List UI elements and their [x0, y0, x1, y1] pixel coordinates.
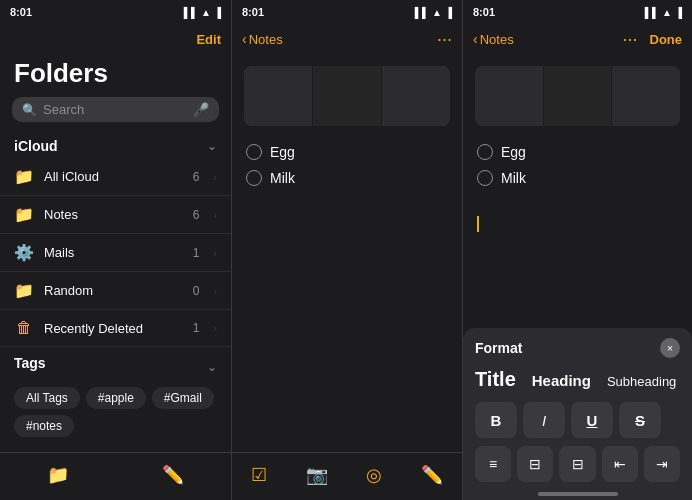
trash-icon: 🗑 [14, 319, 34, 337]
search-input[interactable]: Search [43, 102, 187, 117]
image-segment [475, 66, 544, 126]
location-icon[interactable]: ◎ [366, 464, 382, 486]
checkbox[interactable] [477, 170, 493, 186]
folders-nav-bar: Edit [0, 22, 231, 58]
tags-section: Tags ⌄ All Tags #apple #Gmail #notes [0, 347, 231, 443]
italic-button[interactable]: I [523, 402, 565, 438]
tag-notes[interactable]: #notes [14, 415, 74, 437]
folders-panel: 8:01 ▌▌ ▲ ▐ Edit Folders 🔍 Search 🎤 iClo… [0, 0, 231, 500]
battery-icon: ▐ [675, 7, 682, 18]
bullet-list-icon: ≡ [489, 456, 497, 472]
note-preview-image [244, 66, 450, 126]
format-heading-style[interactable]: Heading [532, 372, 591, 389]
signal-icon: ▌▌ [415, 7, 429, 18]
underline-button[interactable]: U [571, 402, 613, 438]
battery-icon: ▐ [445, 7, 452, 18]
battery-icon: ▐ [214, 7, 221, 18]
camera-icon[interactable]: 📷 [306, 464, 328, 486]
format-subheading-style[interactable]: Subheading [607, 374, 676, 389]
mic-icon[interactable]: 🎤 [193, 102, 209, 117]
icloud-chevron-icon[interactable]: ⌄ [207, 139, 217, 153]
checklist-icon[interactable]: ☑ [251, 464, 267, 486]
checkbox[interactable] [477, 144, 493, 160]
format-text-buttons: B I U S [475, 402, 680, 438]
folder-count: 0 [193, 284, 200, 298]
numbered-list-icon: ⊟ [572, 456, 584, 472]
checkbox[interactable] [246, 170, 262, 186]
bold-button[interactable]: B [475, 402, 517, 438]
strikethrough-button[interactable]: S [619, 402, 661, 438]
image-segment [612, 66, 680, 126]
list-item[interactable]: 📁 Random 0 › [0, 272, 231, 310]
dash-list-icon: ⊟ [529, 456, 541, 472]
notes-list-toolbar: ☑ 📷 ◎ ✏️ [232, 452, 462, 500]
checklist-item[interactable]: Egg [246, 144, 448, 160]
folder-name: Notes [44, 207, 183, 222]
dash-list-button[interactable]: ⊟ [517, 446, 553, 482]
note-detail-nav: ‹ Notes ··· Done [463, 22, 692, 58]
compose-icon[interactable]: ✏️ [421, 464, 443, 486]
tags-label: Tags [14, 355, 46, 371]
underline-label: U [587, 412, 598, 429]
search-bar[interactable]: 🔍 Search 🎤 [12, 97, 219, 122]
outdent-button[interactable]: ⇤ [602, 446, 638, 482]
strikethrough-label: S [635, 412, 645, 429]
status-bar-2: 8:01 ▌▌ ▲ ▐ [232, 0, 462, 22]
list-item[interactable]: 📁 All iCloud 6 › [0, 158, 231, 196]
checklist-label: Egg [501, 144, 526, 160]
chevron-right-icon: › [213, 171, 217, 183]
checkbox[interactable] [246, 144, 262, 160]
status-bar-1: 8:01 ▌▌ ▲ ▐ [0, 0, 231, 22]
wifi-icon: ▲ [432, 7, 442, 18]
numbered-list-button[interactable]: ⊟ [559, 446, 595, 482]
bold-label: B [491, 412, 502, 429]
tag-gmail[interactable]: #Gmail [152, 387, 214, 409]
checklist-item[interactable]: Milk [477, 170, 678, 186]
image-segment [244, 66, 313, 126]
done-button[interactable]: Done [650, 32, 683, 47]
bullet-list-button[interactable]: ≡ [475, 446, 511, 482]
format-title-style[interactable]: Title [475, 368, 516, 391]
back-button[interactable]: ‹ Notes [242, 31, 283, 47]
image-segment [544, 66, 613, 126]
more-options-button[interactable]: ··· [622, 29, 637, 50]
tags-chevron-icon[interactable]: ⌄ [207, 360, 217, 374]
gear-icon: ⚙️ [14, 243, 34, 262]
icloud-label: iCloud [14, 138, 58, 154]
back-chevron-icon: ‹ [473, 31, 478, 47]
status-bar-3: 8:01 ▌▌ ▲ ▐ [463, 0, 692, 22]
status-icons-1: ▌▌ ▲ ▐ [184, 7, 221, 18]
back-chevron-icon: ‹ [242, 31, 247, 47]
status-icons-2: ▌▌ ▲ ▐ [415, 7, 452, 18]
compose-icon[interactable]: ✏️ [162, 464, 184, 486]
back-label: Notes [249, 32, 283, 47]
folder-count: 1 [193, 321, 200, 335]
image-segment [382, 66, 450, 126]
indent-button[interactable]: ⇥ [644, 446, 680, 482]
status-icons-3: ▌▌ ▲ ▐ [645, 7, 682, 18]
notes-list-panel: 8:01 ▌▌ ▲ ▐ ‹ Notes ··· Egg Milk ☑ 📷 ◎ ✏ [231, 0, 462, 500]
notes-list-nav: ‹ Notes ··· [232, 22, 462, 58]
tag-all-tags[interactable]: All Tags [14, 387, 80, 409]
list-item[interactable]: 🗑 Recently Deleted 1 › [0, 310, 231, 347]
folders-toolbar: 📁 ✏️ [0, 452, 231, 500]
back-button[interactable]: ‹ Notes [473, 31, 514, 47]
status-time-3: 8:01 [473, 6, 495, 18]
folder-count: 6 [193, 208, 200, 222]
more-options-button[interactable]: ··· [437, 29, 452, 50]
tags-row: All Tags #apple #Gmail #notes [14, 387, 217, 437]
italic-label: I [542, 412, 546, 429]
checklist-item[interactable]: Milk [246, 170, 448, 186]
outdent-icon: ⇤ [614, 456, 626, 472]
list-item[interactable]: 📁 Notes 6 › [0, 196, 231, 234]
note-preview-image-3 [475, 66, 680, 126]
folder-icon: 📁 [14, 281, 34, 300]
tag-apple[interactable]: #apple [86, 387, 146, 409]
chevron-right-icon: › [213, 322, 217, 334]
edit-button[interactable]: Edit [196, 32, 221, 47]
list-item[interactable]: ⚙️ Mails 1 › [0, 234, 231, 272]
format-close-button[interactable]: × [660, 338, 680, 358]
new-folder-icon[interactable]: 📁 [47, 464, 69, 486]
chevron-right-icon: › [213, 285, 217, 297]
checklist-item[interactable]: Egg [477, 144, 678, 160]
